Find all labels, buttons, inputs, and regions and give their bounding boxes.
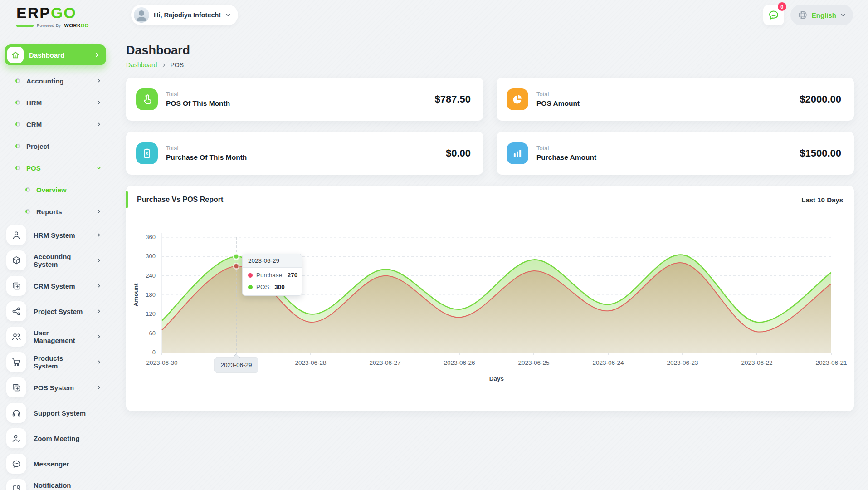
header-actions: 0 English xyxy=(763,5,853,25)
cart-icon xyxy=(6,352,26,372)
sidebar-item-products-system[interactable]: Products System xyxy=(0,349,111,375)
user-menu-button[interactable]: Hi, Rajodiya Infotech! xyxy=(131,5,238,25)
bar-chart-icon xyxy=(507,142,528,164)
pos-dot-icon xyxy=(248,285,253,289)
sidebar-item-pos-overview[interactable]: Overview xyxy=(0,179,111,201)
sidebar-item-hrm[interactable]: HRM xyxy=(0,92,111,113)
erpgo-dashboard: ERPGO Powered By WORKDO Hi, Rajodiya Inf… xyxy=(0,0,868,490)
user-icon xyxy=(6,225,26,245)
sidebar-item-messenger[interactable]: Messenger xyxy=(0,451,111,476)
user-greeting: Hi, Rajodiya Infotech! xyxy=(154,11,221,19)
stat-label: POS Amount xyxy=(536,99,580,108)
powered-by-text: Powered By xyxy=(37,23,61,28)
stat-label: Purchase Amount xyxy=(536,153,596,162)
sidebar-item-notification-template[interactable]: Notification Template xyxy=(0,476,111,490)
language-selector[interactable]: English xyxy=(790,5,853,25)
stat-cards: Total POS Of This Month $787.50 Total PO… xyxy=(126,78,854,175)
logo-powered-by: Powered By WORKDO xyxy=(16,23,107,28)
svg-text:2023-06-28: 2023-06-28 xyxy=(295,359,326,366)
accent-bar xyxy=(126,191,128,208)
chevron-right-icon xyxy=(161,63,166,68)
pie-chart-icon xyxy=(507,88,528,110)
messages-button[interactable]: 0 xyxy=(763,5,784,25)
chevron-right-icon xyxy=(96,359,102,365)
chart-area: 0601201802403003602023-06-302023-06-2920… xyxy=(126,214,854,404)
breadcrumb: Dashboard POS xyxy=(126,61,854,69)
sidebar-item-pos-reports[interactable]: Reports xyxy=(0,201,111,222)
stat-kicker: Total xyxy=(536,145,596,152)
stat-card-purchase-amount: Total Purchase Amount $1500.00 xyxy=(497,132,854,175)
tooltip-row-purchase: Purchase: 270 xyxy=(243,268,302,279)
svg-text:2023-06-24: 2023-06-24 xyxy=(592,359,624,366)
chevron-right-icon xyxy=(94,52,100,58)
stat-kicker: Total xyxy=(166,145,247,152)
language-label: English xyxy=(812,11,836,19)
svg-text:180: 180 xyxy=(146,291,156,298)
purchase-vs-pos-report-card: Purchase Vs POS Report Last 10 Days 0601… xyxy=(126,186,854,411)
svg-text:0: 0 xyxy=(152,349,156,356)
breadcrumb-dashboard-link[interactable]: Dashboard xyxy=(126,61,157,69)
bullet-icon xyxy=(15,122,20,127)
bullet-icon xyxy=(25,187,30,192)
notification-badge: 0 xyxy=(778,2,786,11)
chevron-right-icon xyxy=(96,385,102,390)
chevron-right-icon xyxy=(96,78,102,83)
stat-card-purchase-of-month: $ Total Purchase Of This Month $0.00 xyxy=(126,132,483,175)
app-logo: ERPGO Powered By WORKDO xyxy=(16,5,107,28)
stat-value: $0.00 xyxy=(446,147,471,159)
logo-go: GO xyxy=(51,4,77,21)
stat-kicker: Total xyxy=(166,91,230,98)
sidebar-item-pos-system[interactable]: POS System xyxy=(0,375,111,400)
sidebar-item-user-management[interactable]: User Management xyxy=(0,324,111,349)
chevron-right-icon xyxy=(96,232,102,238)
svg-text:2023-06-29: 2023-06-29 xyxy=(220,362,252,368)
logo-erp: ERP xyxy=(16,4,51,21)
sidebar-item-project-system[interactable]: Project System xyxy=(0,299,111,324)
chevron-right-icon xyxy=(96,209,102,214)
svg-text:Amount: Amount xyxy=(132,283,139,306)
window-copy-icon xyxy=(6,377,26,397)
purchase-vs-pos-chart: 0601201802403003602023-06-302023-06-2920… xyxy=(126,214,854,395)
stat-label: Purchase Of This Month xyxy=(166,153,247,162)
stat-kicker: Total xyxy=(536,91,580,98)
svg-text:120: 120 xyxy=(146,310,156,317)
svg-text:2023-06-21: 2023-06-21 xyxy=(815,359,847,366)
stat-card-pos-of-month: Total POS Of This Month $787.50 xyxy=(126,78,483,121)
main-content: Dashboard Dashboard POS Total POS Of Thi… xyxy=(126,44,854,69)
sidebar-item-hrm-system[interactable]: HRM System xyxy=(0,222,111,248)
home-icon xyxy=(7,47,24,63)
logo-bar xyxy=(16,24,34,27)
sidebar-item-crm[interactable]: CRM xyxy=(0,113,111,135)
sidebar-item-zoom-meeting[interactable]: Zoom Meeting xyxy=(0,426,111,451)
sidebar-item-accounting-system[interactable]: Accounting System xyxy=(0,248,111,273)
svg-text:240: 240 xyxy=(146,272,156,279)
bullet-icon xyxy=(15,100,20,105)
chevron-right-icon xyxy=(96,258,102,263)
sidebar-item-dashboard[interactable]: Dashboard xyxy=(5,44,106,65)
sidebar-item-crm-system[interactable]: CRM System xyxy=(0,273,111,299)
window-copy-icon xyxy=(6,276,26,296)
chevron-down-icon xyxy=(840,12,846,18)
page-title: Dashboard xyxy=(126,44,854,58)
sidebar-item-pos[interactable]: POS xyxy=(0,157,111,179)
headset-icon xyxy=(6,403,26,423)
svg-text:2023-06-22: 2023-06-22 xyxy=(741,359,772,366)
svg-text:Days: Days xyxy=(489,375,504,382)
globe-icon xyxy=(798,10,808,20)
sidebar-item-project[interactable]: Project xyxy=(0,135,111,157)
svg-text:2023-06-27: 2023-06-27 xyxy=(369,359,400,366)
users-icon xyxy=(6,327,26,347)
logo-text: ERPGO xyxy=(16,5,107,21)
svg-text:300: 300 xyxy=(146,253,156,260)
chevron-right-icon xyxy=(96,122,102,127)
sidebar-item-support-system[interactable]: Support System xyxy=(0,400,111,426)
purchase-dot-icon xyxy=(248,273,253,278)
sidebar-item-accounting[interactable]: Accounting xyxy=(0,70,111,92)
avatar xyxy=(134,7,149,23)
share-nodes-icon xyxy=(6,301,26,321)
svg-text:$: $ xyxy=(146,151,148,156)
tap-icon xyxy=(136,88,158,110)
chevron-down-icon xyxy=(225,12,231,18)
bullet-icon xyxy=(15,166,20,170)
report-header: Purchase Vs POS Report Last 10 Days xyxy=(126,186,854,214)
